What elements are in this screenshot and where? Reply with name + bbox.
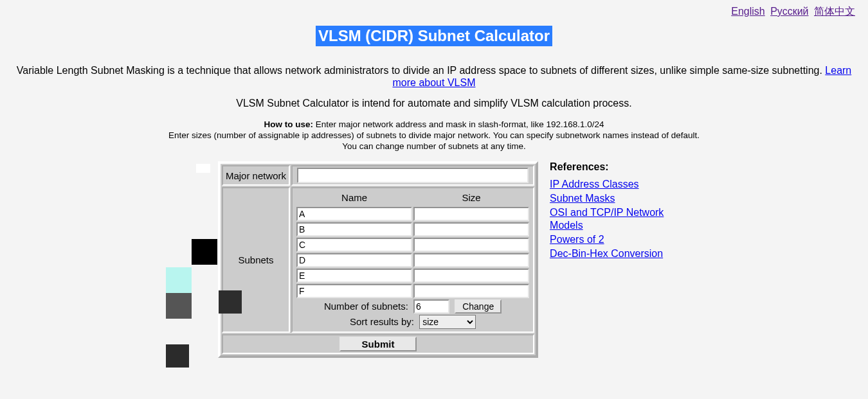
- references-title: References:: [550, 161, 672, 173]
- decorative-block: [166, 344, 189, 368]
- subnet-size-input[interactable]: [413, 238, 529, 252]
- how-to-use: How to use: Enter major network address …: [0, 120, 868, 152]
- ref-link[interactable]: Powers of 2: [550, 233, 672, 246]
- subtitle: VLSM Subnet Calculator is intend for aut…: [13, 98, 855, 109]
- num-subnets-input[interactable]: [413, 299, 449, 314]
- subnet-row: [296, 222, 529, 236]
- subnet-name-input[interactable]: [296, 253, 412, 267]
- subnet-row: [296, 238, 529, 252]
- decorative-block: [166, 293, 192, 319]
- lang-russian[interactable]: Русский: [770, 6, 808, 17]
- sort-select[interactable]: size: [419, 315, 476, 329]
- howto-line3: You can change number of subnets at any …: [342, 141, 525, 151]
- decorative-block: [219, 290, 242, 314]
- page-title: VLSM (CIDR) Subnet Calculator: [316, 26, 552, 46]
- change-button[interactable]: Change: [455, 299, 502, 314]
- howto-line2: Enter sizes (number of assignable ip add…: [168, 130, 700, 140]
- major-network-label: Major network: [222, 165, 290, 186]
- submit-button[interactable]: Submit: [339, 337, 417, 351]
- lang-english[interactable]: English: [731, 6, 764, 17]
- ref-link[interactable]: Dec-Bin-Hex Conversion: [550, 247, 672, 260]
- description-text: Variable Length Subnet Masking is a tech…: [17, 65, 826, 76]
- sort-label: Sort results by:: [350, 316, 414, 327]
- decorative-block: [192, 239, 217, 265]
- decorative-block: [166, 267, 192, 293]
- howto-line1: Enter major network address and mask in …: [313, 120, 604, 129]
- subnet-row: [296, 253, 529, 267]
- major-network-input[interactable]: [297, 168, 529, 183]
- subnet-name-input[interactable]: [296, 207, 412, 221]
- subnet-name-input[interactable]: [296, 222, 412, 236]
- howto-label: How to use:: [264, 120, 314, 129]
- subnets-table: Name Size Number of subnets: Change: [295, 190, 530, 330]
- subnet-row: [296, 207, 529, 221]
- subnet-size-input[interactable]: [413, 207, 529, 221]
- ref-link[interactable]: OSI and TCP/IP Network Models: [550, 206, 672, 232]
- subnet-size-input[interactable]: [413, 284, 529, 298]
- subnet-size-input[interactable]: [413, 253, 529, 267]
- decorative-box: [196, 164, 210, 173]
- calculator-form: Major network Subnets Name Size: [218, 161, 538, 358]
- subnet-name-input[interactable]: [296, 238, 412, 252]
- ref-link[interactable]: IP Address Classes: [550, 178, 672, 191]
- lang-chinese[interactable]: 简体中文: [814, 6, 855, 17]
- subnet-name-input[interactable]: [296, 269, 412, 283]
- language-switcher: English Русский 简体中文: [730, 5, 856, 19]
- description: Variable Length Subnet Masking is a tech…: [13, 64, 855, 89]
- col-name-header: Name: [296, 191, 412, 206]
- subnet-name-input[interactable]: [296, 284, 412, 298]
- ref-link[interactable]: Subnet Masks: [550, 192, 672, 205]
- references-panel: References: IP Address Classes Subnet Ma…: [550, 161, 672, 262]
- subnet-size-input[interactable]: [413, 269, 529, 283]
- subnet-size-input[interactable]: [413, 222, 529, 236]
- num-subnets-label: Number of subnets:: [324, 301, 408, 312]
- subnet-row: [296, 284, 529, 298]
- col-size-header: Size: [413, 191, 529, 206]
- subnet-row: [296, 269, 529, 283]
